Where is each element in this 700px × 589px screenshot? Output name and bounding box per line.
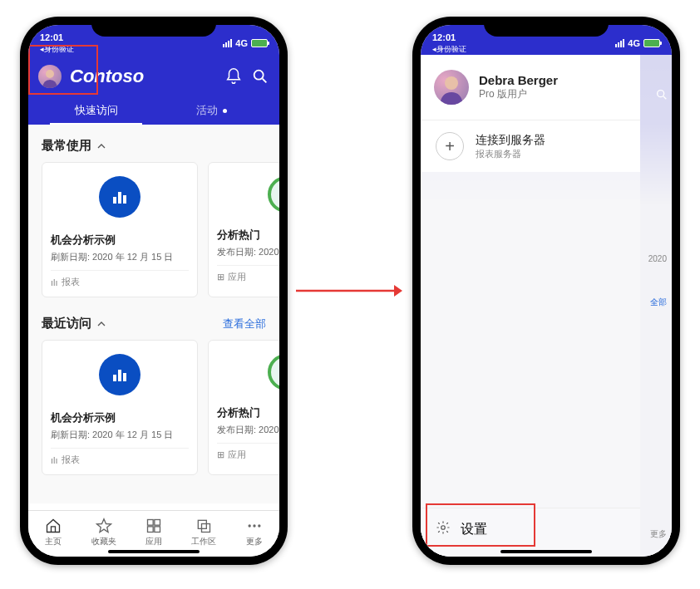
drawer-item-subtitle: 报表服务器 — [476, 148, 545, 160]
workspaces-icon — [195, 518, 212, 534]
card-title: 分析热门 — [217, 228, 279, 243]
screen-right: 12:01 ◂身份验证 4G 2020 全部 更多 — [421, 25, 672, 557]
svg-rect-5 — [123, 195, 126, 204]
card-title: 机会分析示例 — [51, 233, 189, 248]
nav-label: 工作区 — [191, 536, 216, 547]
chevron-up-icon — [96, 141, 106, 151]
avatar-image — [434, 70, 469, 105]
notifications-button[interactable] — [224, 67, 243, 86]
nav-more[interactable]: 更多 — [229, 518, 279, 547]
app-card[interactable]: 分析热门 发布日期: 2020 ⊞应用 — [208, 162, 279, 297]
header-tabs: 快速访问 活动 — [38, 96, 269, 125]
home-indicator — [108, 550, 200, 553]
card-subtitle: 刷新日期: 2020 年 12 月 15 日 — [51, 429, 189, 441]
section-recent-header[interactable]: 最近访问 — [42, 316, 106, 331]
section-title-text: 最近访问 — [42, 316, 91, 331]
status-breadcrumb: ◂身份验证 — [40, 44, 74, 55]
star-icon — [96, 518, 112, 534]
type-icon: ⊞ — [217, 272, 224, 282]
report-card[interactable]: 机会分析示例 刷新日期: 2020 年 12 月 15 日 ılı报表 — [42, 340, 198, 475]
phone-frame-right: 12:01 ◂身份验证 4G 2020 全部 更多 — [412, 17, 680, 565]
card-subtitle: 刷新日期: 2020 年 12 月 15 日 — [51, 251, 189, 263]
card-subtitle: 发布日期: 2020 — [217, 424, 279, 436]
profile-avatar[interactable] — [38, 65, 62, 88]
card-type-label: 应用 — [228, 271, 246, 283]
bell-icon — [224, 67, 243, 86]
settings-label: 设置 — [461, 521, 487, 538]
search-icon — [251, 67, 269, 86]
user-avatar — [434, 70, 469, 105]
signal-icon — [223, 39, 232, 47]
svg-rect-4 — [118, 192, 121, 204]
avatar-image — [38, 65, 62, 88]
status-time: 12:01 — [40, 32, 63, 42]
card-title: 机会分析示例 — [51, 410, 189, 425]
plus-icon: + — [436, 132, 464, 160]
peek-text: 2020 — [643, 254, 668, 263]
section-title-text: 最常使用 — [42, 138, 91, 154]
drawer-panel: Debra Berger Pro 版用户 + 连接到服务器 报表服务器 — [421, 55, 640, 557]
nav-label: 收藏夹 — [91, 536, 116, 547]
connect-server-item[interactable]: + 连接到服务器 报表服务器 — [421, 120, 640, 172]
arrow-annotation — [296, 282, 404, 299]
home-icon — [45, 518, 62, 534]
chevron-up-icon — [96, 319, 106, 329]
svg-point-27 — [445, 76, 458, 90]
svg-rect-11 — [123, 373, 126, 381]
card-type-label: 应用 — [228, 449, 246, 461]
section-frequent-header[interactable]: 最常使用 — [42, 138, 106, 154]
user-name: Debra Berger — [479, 73, 558, 87]
peek-text: 全部 — [643, 297, 668, 308]
battery-icon — [251, 39, 268, 47]
gear-icon — [436, 520, 451, 538]
svg-point-23 — [258, 524, 260, 527]
app-icon — [268, 354, 279, 390]
phone-frame-left: 12:01 ◂身份验证 4G Contoso — [20, 17, 288, 565]
peek-text: 更多 — [643, 528, 668, 540]
nav-apps[interactable]: 应用 — [129, 518, 179, 547]
chart-icon — [99, 354, 140, 395]
svg-rect-10 — [118, 370, 121, 381]
battery-icon — [643, 39, 660, 47]
report-card[interactable]: 机会分析示例 刷新日期: 2020 年 12 月 15 日 ılı报表 — [42, 162, 198, 297]
type-icon: ılı — [51, 277, 58, 287]
network-type: 4G — [235, 38, 248, 48]
screen-left: 12:01 ◂身份验证 4G Contoso — [28, 25, 279, 557]
svg-point-22 — [253, 524, 255, 527]
background-peek[interactable]: 2020 全部 更多 — [640, 55, 672, 557]
svg-rect-16 — [155, 519, 160, 525]
view-all-link[interactable]: 查看全部 — [223, 317, 266, 331]
nav-workspaces[interactable]: 工作区 — [179, 518, 229, 547]
more-icon — [246, 518, 263, 534]
notch — [91, 17, 216, 37]
svg-point-0 — [46, 70, 54, 78]
app-header: Contoso 快速访问 活动 — [28, 55, 279, 125]
svg-point-28 — [441, 526, 446, 530]
brand-title: Contoso — [70, 66, 216, 87]
svg-point-1 — [254, 71, 264, 80]
svg-rect-9 — [113, 375, 116, 381]
status-breadcrumb: ◂身份验证 — [432, 44, 466, 55]
search-button[interactable] — [251, 67, 269, 86]
svg-rect-17 — [148, 526, 154, 532]
home-indicator — [500, 550, 592, 553]
tab-quick-access[interactable]: 快速访问 — [38, 96, 154, 125]
svg-rect-19 — [199, 520, 207, 528]
app-card[interactable]: 分析热门 发布日期: 2020 ⊞应用 — [208, 340, 279, 475]
nav-favorites[interactable]: 收藏夹 — [78, 518, 128, 547]
drawer-item-title: 连接到服务器 — [476, 133, 545, 148]
nav-label: 主页 — [45, 536, 62, 547]
network-type: 4G — [628, 38, 640, 48]
svg-line-26 — [663, 96, 666, 99]
nav-home[interactable]: 主页 — [28, 518, 78, 547]
nav-label: 应用 — [145, 536, 162, 547]
search-icon — [655, 88, 668, 101]
svg-rect-15 — [148, 519, 154, 525]
main-content: 最常使用 机会分析示例 刷新日期: 2020 年 12 月 15 日 ılı报表… — [28, 125, 279, 503]
tab-label: 快速访问 — [75, 104, 118, 116]
tab-activity[interactable]: 活动 — [154, 96, 269, 125]
svg-point-25 — [658, 91, 664, 97]
chart-icon — [99, 176, 140, 218]
apps-icon — [145, 518, 162, 534]
drawer-user-section[interactable]: Debra Berger Pro 版用户 — [421, 55, 640, 120]
